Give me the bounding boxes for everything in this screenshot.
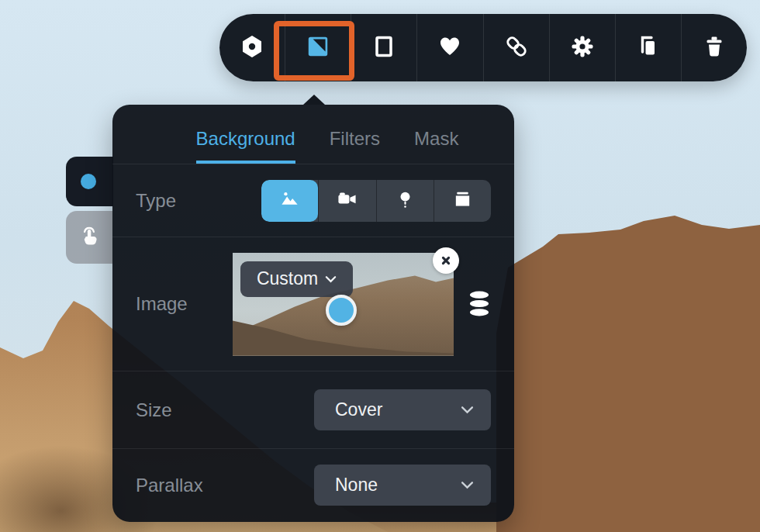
nut-icon — [240, 34, 264, 62]
blue-dot-icon — [81, 174, 96, 189]
background-settings-panel: Background Filters Mask Type — [112, 105, 514, 522]
type-row: Type — [112, 164, 514, 237]
toolbar-button-duplicate[interactable] — [615, 14, 681, 81]
trash-icon — [702, 34, 727, 62]
frame-icon — [371, 34, 396, 62]
parallax-label: Parallax — [136, 475, 203, 496]
toolbar-button-styles[interactable] — [219, 14, 285, 81]
stock-library-button[interactable] — [468, 290, 491, 318]
type-option-image[interactable] — [261, 180, 318, 222]
type-option-map[interactable] — [376, 180, 434, 222]
parallax-dropdown[interactable]: None — [314, 465, 491, 506]
toolbar-button-settings[interactable] — [549, 14, 615, 81]
tap-hand-icon — [77, 223, 102, 251]
size-dropdown[interactable]: Cover — [314, 389, 491, 430]
toolbar-button-delete[interactable] — [681, 14, 747, 81]
link-icon — [504, 34, 529, 62]
side-tab-interaction[interactable] — [66, 211, 112, 264]
side-tab-primary[interactable] — [66, 157, 113, 206]
video-camera-icon — [337, 188, 358, 212]
type-option-video[interactable] — [318, 180, 375, 222]
toolbar-button-background[interactable] — [285, 14, 351, 81]
size-value: Cover — [335, 399, 382, 420]
database-icon — [468, 290, 491, 318]
background-icon — [305, 33, 331, 63]
parallax-value: None — [335, 475, 378, 496]
chevron-down-icon — [461, 406, 474, 414]
image-thumbnail[interactable]: Custom — [233, 253, 454, 356]
heart-icon — [437, 34, 462, 62]
map-pin-icon — [395, 188, 416, 212]
slideshow-icon — [452, 188, 473, 212]
type-option-slideshow[interactable] — [434, 180, 491, 222]
image-icon — [279, 188, 300, 212]
background-type-segmented-control — [261, 180, 491, 222]
parallax-row: Parallax None — [112, 448, 514, 521]
remove-image-button[interactable] — [433, 247, 459, 274]
image-source-dropdown[interactable]: Custom — [240, 261, 353, 297]
editor-canvas: Background Filters Mask Type — [0, 0, 760, 532]
panel-tabs: Background Filters Mask — [112, 105, 514, 164]
tab-background[interactable]: Background — [196, 128, 295, 164]
image-label: Image — [136, 293, 188, 315]
element-toolbar — [219, 14, 747, 81]
gear-icon — [570, 34, 595, 62]
type-label: Type — [136, 190, 176, 212]
size-label: Size — [136, 399, 172, 421]
toolbar-button-link[interactable] — [483, 14, 549, 81]
close-icon — [439, 254, 453, 268]
tab-filters[interactable]: Filters — [330, 128, 380, 164]
focal-point-marker[interactable] — [326, 295, 357, 326]
toolbar-button-frame[interactable] — [351, 14, 416, 81]
chevron-down-icon — [461, 481, 474, 489]
tab-mask[interactable]: Mask — [414, 128, 458, 164]
size-row: Size Cover — [112, 371, 514, 448]
chevron-down-icon — [325, 275, 337, 283]
image-row: Image Custom — [112, 237, 514, 371]
image-source-label: Custom — [257, 268, 318, 289]
toolbar-button-favorite[interactable] — [416, 14, 482, 81]
duplicate-icon — [636, 34, 661, 62]
